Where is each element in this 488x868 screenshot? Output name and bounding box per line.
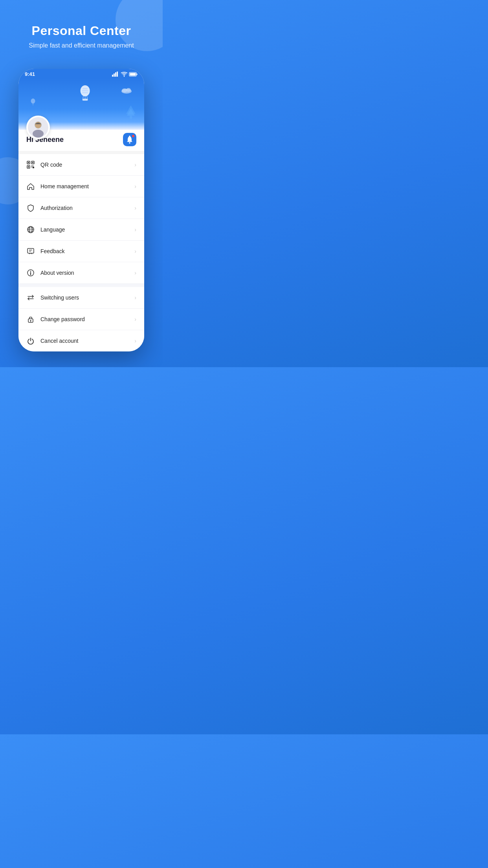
status-icons — [112, 72, 138, 77]
svg-point-49 — [30, 271, 31, 272]
signal-icon — [112, 72, 119, 77]
svg-rect-37 — [31, 167, 32, 167]
small-balloon — [30, 98, 36, 107]
svg-rect-36 — [33, 166, 33, 166]
svg-rect-22 — [130, 116, 132, 119]
svg-line-9 — [87, 96, 88, 99]
phone-mockup: 9:41 — [18, 69, 144, 351]
svg-rect-1 — [114, 74, 115, 77]
svg-rect-34 — [28, 166, 29, 167]
globe-icon — [26, 225, 35, 234]
status-time: 9:41 — [25, 71, 35, 77]
menu-label-feedback: Feedback — [40, 248, 64, 254]
home-icon — [26, 182, 35, 191]
notification-badge — [132, 134, 135, 138]
tree-decoration — [125, 104, 136, 122]
svg-rect-5 — [137, 74, 138, 75]
phone-header-banner — [18, 79, 144, 130]
chevron-icon-about: › — [134, 270, 136, 276]
menu-item-qr-code[interactable]: QR code › — [18, 154, 144, 176]
chevron-icon-language: › — [134, 226, 136, 233]
svg-rect-32 — [32, 162, 33, 163]
menu-label-qr-code: QR code — [40, 162, 62, 168]
qr-icon — [26, 160, 35, 169]
chevron-icon-feedback: › — [134, 248, 136, 254]
menu-label-authorization: Authorization — [40, 205, 73, 211]
header-section: Personal Center Simple fast and efficien… — [29, 24, 134, 49]
menu-item-cancel-account[interactable]: Cancel account › — [18, 330, 144, 351]
chevron-icon-qr: › — [134, 162, 136, 168]
svg-rect-38 — [33, 167, 34, 168]
menu-item-feedback[interactable]: Feedback › — [18, 241, 144, 262]
wifi-icon — [121, 72, 127, 77]
menu-label-home-management: Home management — [40, 183, 89, 189]
svg-line-8 — [83, 96, 84, 99]
menu-item-switching-users[interactable]: Switching users › — [18, 287, 144, 309]
shield-icon — [26, 204, 35, 212]
page-title: Personal Center — [29, 24, 134, 38]
chevron-icon-password: › — [134, 316, 136, 322]
chevron-icon-switching: › — [134, 294, 136, 301]
menu-item-home-management[interactable]: Home management › — [18, 176, 144, 197]
cloud-decoration — [121, 86, 132, 96]
menu-item-language[interactable]: Language › — [18, 219, 144, 241]
avatar-image — [28, 117, 48, 138]
menu-label-switching-users: Switching users — [40, 294, 79, 301]
menu-list: QR code › Home management › — [18, 154, 144, 351]
status-bar: 9:41 — [18, 69, 144, 79]
switch-icon — [26, 293, 35, 302]
avatar — [26, 116, 50, 139]
lock-icon — [26, 315, 35, 324]
svg-point-25 — [33, 130, 44, 138]
page-subtitle: Simple fast and efficient management — [29, 42, 134, 49]
menu-item-authorization[interactable]: Authorization › — [18, 197, 144, 219]
menu-label-cancel-account: Cancel account — [40, 338, 79, 344]
svg-rect-11 — [83, 99, 88, 101]
menu-label-language: Language — [40, 226, 65, 233]
info-icon — [26, 268, 35, 277]
menu-item-change-password[interactable]: Change password › — [18, 309, 144, 330]
svg-rect-30 — [28, 162, 29, 163]
menu-label-about-version: About version — [40, 270, 74, 276]
svg-point-27 — [129, 142, 130, 144]
svg-rect-3 — [117, 72, 118, 77]
svg-point-18 — [31, 99, 35, 104]
menu-item-about-version[interactable]: About version › — [18, 262, 144, 284]
svg-rect-35 — [31, 166, 32, 166]
power-icon — [26, 337, 35, 345]
svg-rect-0 — [112, 75, 113, 77]
svg-rect-6 — [130, 73, 136, 75]
svg-rect-2 — [115, 72, 116, 77]
chevron-icon-auth: › — [134, 205, 136, 211]
balloon-decoration — [79, 84, 92, 103]
svg-rect-28 — [129, 136, 130, 136]
menu-divider — [18, 284, 144, 287]
feedback-icon — [26, 247, 35, 256]
svg-point-51 — [30, 320, 31, 321]
chevron-icon-cancel: › — [134, 338, 136, 344]
svg-point-17 — [126, 88, 131, 92]
chevron-icon-home: › — [134, 183, 136, 189]
battery-icon — [129, 72, 138, 77]
svg-rect-44 — [28, 248, 34, 253]
menu-label-change-password: Change password — [40, 316, 85, 322]
notification-button[interactable] — [123, 133, 136, 146]
